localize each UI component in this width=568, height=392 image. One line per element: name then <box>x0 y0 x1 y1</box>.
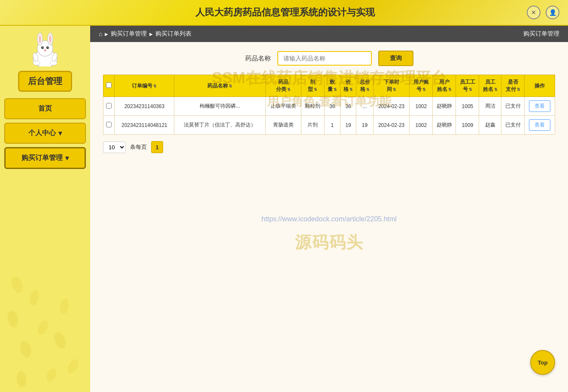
header-icons: ✕ 👤 <box>527 6 559 19</box>
breadcrumb-separator-2: ▶ <box>149 32 153 36</box>
sort-drug-type: ⇅ <box>314 87 317 92</box>
sort-user-name: ⇅ <box>448 87 452 92</box>
nav-orders[interactable]: 购买订单管理 ▾ <box>4 147 86 169</box>
sort-drug-name: ⇅ <box>229 84 232 88</box>
row-action: 查看 <box>525 116 555 135</box>
row-staff-id: 1005 <box>456 97 479 116</box>
close-icon[interactable]: ✕ <box>527 6 541 19</box>
svg-point-10 <box>44 49 46 51</box>
breadcrumb-separator-1: ▶ <box>105 32 108 36</box>
row-paid: 已支付 <box>501 116 525 135</box>
order-table-container: 订单编号⇅ 药品名称⇅ 药品分类⇅ 剂型⇅ 数量⇅ 价格⇅ 总价格⇅ 下单时间⇅… <box>103 75 555 135</box>
row-check-1[interactable] <box>106 122 112 127</box>
svg-point-19 <box>6 310 20 329</box>
watermark-brand: 源码码头 <box>295 232 364 253</box>
sort-drug-cat: ⇅ <box>287 87 291 92</box>
breadcrumb-item-2: 购买订单列表 <box>155 30 191 38</box>
row-staff-id: 1009 <box>456 116 479 135</box>
sort-paid: ⇅ <box>517 87 520 92</box>
header-title: 人民大药房药品信息管理系统的设计与实现 <box>43 6 527 19</box>
svg-point-24 <box>65 357 80 375</box>
sort-price: ⇅ <box>349 87 353 92</box>
nav-home[interactable]: 首页 <box>4 98 86 119</box>
svg-point-9 <box>48 47 49 48</box>
col-drug-cat: 药品分类⇅ <box>265 75 301 97</box>
col-user-acct: 用户账号⇅ <box>410 75 433 97</box>
row-quantity: 1 <box>324 116 340 135</box>
view-button-1[interactable]: 查看 <box>529 119 550 131</box>
sort-staff-name: ⇅ <box>494 87 498 92</box>
row-price: 36 <box>340 97 356 116</box>
sort-staff-id: ⇅ <box>469 87 472 92</box>
row-drug-cat: 止咳平喘类 <box>265 97 301 116</box>
col-drug-type: 剂型⇅ <box>301 75 324 97</box>
row-user-acct: 1002 <box>410 116 433 135</box>
view-button-0[interactable]: 查看 <box>529 100 550 112</box>
user-icon[interactable]: 👤 <box>546 6 559 19</box>
breadcrumb-item-1[interactable]: 购买订单管理 <box>111 30 147 38</box>
main-layout: 后台管理 首页 个人中心 ▾ 购买订单管理 ▾ <box>0 26 568 392</box>
svg-point-8 <box>43 47 43 48</box>
row-total: 19 <box>356 116 374 135</box>
svg-point-20 <box>36 319 50 336</box>
sort-quantity: ⇅ <box>334 87 337 92</box>
nav-home-label: 首页 <box>38 104 52 113</box>
nav-personal[interactable]: 个人中心 ▾ <box>4 123 86 144</box>
row-order-id: 2023423114048121 <box>115 116 174 135</box>
col-user-name: 用户姓名⇅ <box>433 75 456 97</box>
sort-user-acct: ⇅ <box>422 87 426 92</box>
svg-point-7 <box>46 46 49 49</box>
watermark-url-spacer: https://www.icodedock.com/article/2205.h… <box>261 215 397 223</box>
table-header-row: 订单编号⇅ 药品名称⇅ 药品分类⇅ 剂型⇅ 数量⇅ 价格⇅ 总价格⇅ 下单时间⇅… <box>103 75 555 97</box>
row-staff-name: 赵鑫 <box>479 116 501 135</box>
row-drug-name: 枸橼酸可待因磷... <box>174 97 266 116</box>
row-check-0[interactable] <box>106 103 112 109</box>
watermark-url: https://www.icodedock.com/article/2205.h… <box>261 215 397 223</box>
sidebar-nav: 首页 个人中心 ▾ 购买订单管理 ▾ <box>4 98 86 169</box>
table-row: 20234231140363 枸橼酸可待因磷... 止咳平喘类 颗粒剂 36 3… <box>103 97 555 116</box>
select-all-checkbox[interactable] <box>106 82 112 88</box>
sort-order-id: ⇅ <box>153 84 157 88</box>
row-action: 查看 <box>525 97 555 116</box>
col-order-time: 下单时间⇅ <box>373 75 410 97</box>
search-label: 药品名称 <box>245 54 271 63</box>
row-drug-name: 法莫替丁片（信法丁、高舒达） <box>174 116 266 135</box>
page-1-button[interactable]: 1 <box>151 141 163 153</box>
nav-orders-arrow: ▾ <box>65 154 69 162</box>
col-action: 操作 <box>525 75 555 97</box>
svg-point-15 <box>9 275 25 295</box>
row-order-time: 2024-02-23 <box>373 116 410 135</box>
nav-personal-arrow: ▾ <box>58 129 62 137</box>
svg-point-17 <box>28 289 41 306</box>
svg-point-12 <box>50 61 57 65</box>
svg-point-23 <box>52 331 68 350</box>
row-checkbox <box>103 97 115 116</box>
col-drug-name: 药品名称⇅ <box>174 75 266 97</box>
svg-point-22 <box>59 298 70 315</box>
row-total: ... <box>356 97 374 116</box>
leaf-background <box>0 263 90 392</box>
table-row: 2023423114048121 法莫替丁片（信法丁、高舒达） 胃肠道类 片剂 … <box>103 116 555 135</box>
row-paid: 已支付 <box>501 97 525 116</box>
col-checkbox <box>103 75 115 97</box>
col-price: 价格⇅ <box>340 75 356 97</box>
search-button[interactable]: 查询 <box>378 51 413 66</box>
content-body: SSM在线药店销售进销存管理平台 用户角色-查看订单功能 https://www… <box>90 42 568 392</box>
row-checkbox <box>103 116 115 135</box>
svg-point-5 <box>49 35 52 43</box>
table-body: 20234231140363 枸橼酸可待因磷... 止咳平喘类 颗粒剂 36 3… <box>103 97 555 135</box>
breadcrumb-right-label: 购买订单管理 <box>523 30 559 38</box>
row-price: 19 <box>340 116 356 135</box>
page-size-select[interactable]: 10 20 50 <box>103 142 126 153</box>
nav-orders-label: 购买订单管理 <box>21 154 63 163</box>
search-input[interactable] <box>277 51 372 66</box>
order-table: 订单编号⇅ 药品名称⇅ 药品分类⇅ 剂型⇅ 数量⇅ 价格⇅ 总价格⇅ 下单时间⇅… <box>103 75 555 135</box>
sidebar: 后台管理 首页 个人中心 ▾ 购买订单管理 ▾ <box>0 26 90 392</box>
top-button[interactable]: Top <box>530 350 555 375</box>
sidebar-logo <box>15 30 75 69</box>
breadcrumb-left: ⌂ ▶ 购买订单管理 ▶ 购买订单列表 <box>99 30 191 38</box>
search-bar: 药品名称 查询 <box>103 51 555 66</box>
row-drug-cat: 胃肠道类 <box>265 116 301 135</box>
header: 人民大药房药品信息管理系统的设计与实现 ✕ 👤 <box>0 0 568 26</box>
svg-point-25 <box>16 371 27 388</box>
